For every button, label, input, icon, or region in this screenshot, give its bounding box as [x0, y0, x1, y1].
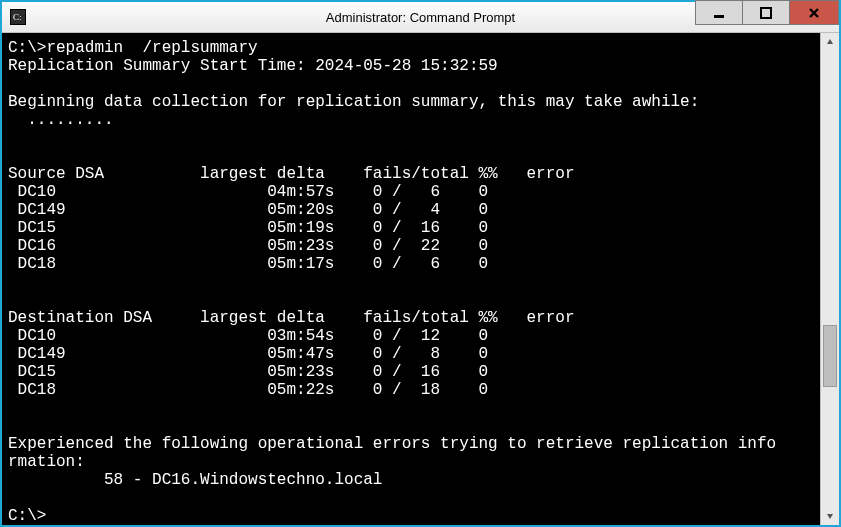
command-prompt-window: C: Administrator: Command Prompt C:\>rep…: [0, 0, 841, 527]
output-line: .........: [8, 111, 114, 129]
svg-rect-3: [714, 15, 724, 18]
output-line: Experienced the following operational er…: [8, 435, 776, 453]
prompt: C:\>: [8, 39, 46, 57]
minimize-button[interactable]: [695, 0, 743, 25]
scroll-down-button[interactable]: [821, 507, 839, 525]
command-text: repadmin /replsummary: [46, 39, 257, 57]
prompt: C:\>: [8, 507, 46, 525]
table-row: DC10 03m:54s 0 / 12 0: [8, 327, 488, 345]
table-row: DC18 05m:17s 0 / 6 0: [8, 255, 488, 273]
close-button[interactable]: [789, 0, 839, 25]
terminal-area: C:\>repadmin /replsummary Replication Su…: [2, 33, 839, 525]
table-header: Source DSA largest delta fails/total %% …: [8, 165, 575, 183]
scrollbar[interactable]: [820, 33, 839, 525]
table-row: DC15 05m:23s 0 / 16 0: [8, 363, 488, 381]
table-row: DC149 05m:47s 0 / 8 0: [8, 345, 488, 363]
table-row: DC16 05m:23s 0 / 22 0: [8, 237, 488, 255]
maximize-button[interactable]: [742, 0, 790, 25]
titlebar[interactable]: C: Administrator: Command Prompt: [2, 2, 839, 33]
table-row: DC15 05m:19s 0 / 16 0: [8, 219, 488, 237]
table-row: DC18 05m:22s 0 / 18 0: [8, 381, 488, 399]
svg-text:C:: C:: [13, 12, 22, 22]
output-line: 58 - DC16.Windowstechno.local: [8, 471, 382, 489]
svg-rect-4: [761, 8, 771, 18]
output-line: Replication Summary Start Time: 2024-05-…: [8, 57, 498, 75]
output-line: Beginning data collection for replicatio…: [8, 93, 699, 111]
window-controls: [696, 2, 839, 32]
table-row: DC149 05m:20s 0 / 4 0: [8, 201, 488, 219]
scroll-track[interactable]: [821, 51, 839, 507]
terminal-output[interactable]: C:\>repadmin /replsummary Replication Su…: [2, 33, 820, 525]
scroll-up-button[interactable]: [821, 33, 839, 51]
output-line: rmation:: [8, 453, 85, 471]
table-header: Destination DSA largest delta fails/tota…: [8, 309, 575, 327]
scroll-thumb[interactable]: [823, 325, 837, 387]
table-row: DC10 04m:57s 0 / 6 0: [8, 183, 488, 201]
cmd-icon: C:: [10, 9, 26, 25]
